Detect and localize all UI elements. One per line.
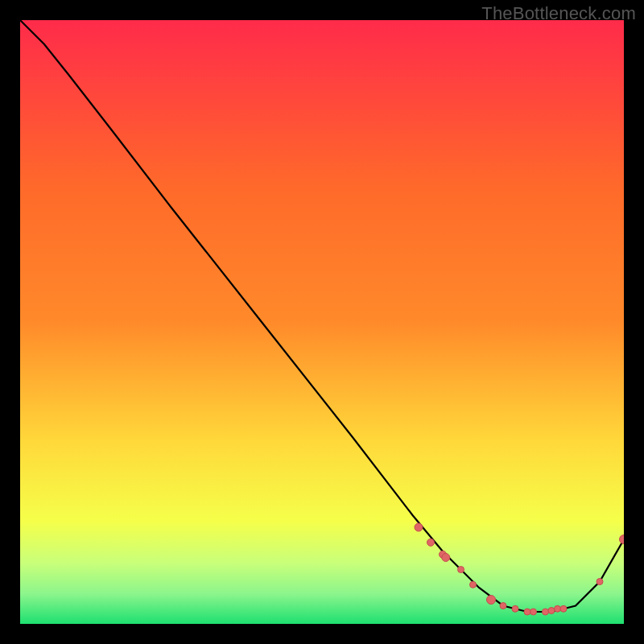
chart-canvas (20, 20, 624, 624)
plot-area (20, 20, 624, 624)
data-marker (512, 605, 518, 612)
data-marker (500, 603, 506, 609)
data-marker (597, 579, 603, 585)
data-marker (427, 539, 435, 546)
data-marker (548, 608, 555, 614)
data-marker (470, 581, 477, 588)
data-marker (543, 609, 549, 615)
data-marker (458, 567, 464, 573)
gradient-background (20, 20, 624, 624)
data-marker (524, 609, 530, 615)
data-marker (442, 554, 450, 562)
data-marker (555, 605, 561, 612)
data-marker (560, 605, 567, 612)
chart-frame: TheBottleneck.com (0, 0, 644, 644)
data-marker (415, 523, 423, 531)
data-marker (487, 596, 496, 605)
watermark-text: TheBottleneck.com (481, 3, 636, 24)
data-marker (530, 609, 537, 615)
